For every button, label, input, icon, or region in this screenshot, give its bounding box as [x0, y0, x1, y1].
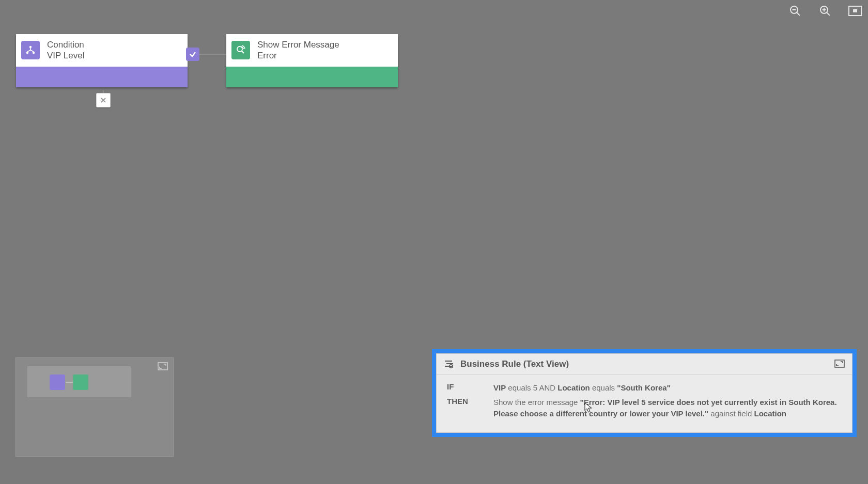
svg-line-15	[242, 51, 244, 54]
action-node[interactable]: Show Error Message Error	[226, 34, 398, 87]
minimap-expand-button[interactable]	[158, 362, 168, 370]
if-condition-text: VIP equals 5 AND Location equals "South …	[493, 382, 842, 394]
textview-body: IF VIP equals 5 AND Location equals "Sou…	[437, 375, 852, 432]
textview-icon	[444, 359, 454, 369]
error-message-icon	[231, 41, 250, 59]
condition-icon	[21, 41, 40, 59]
action-node-strip	[226, 67, 398, 87]
canvas-toolbar	[787, 3, 863, 19]
svg-line-1	[797, 12, 800, 15]
svg-rect-21	[835, 360, 844, 367]
minimap-connector	[66, 382, 73, 383]
zoom-in-button[interactable]	[817, 3, 833, 19]
minimap[interactable]	[16, 357, 174, 457]
svg-point-10	[26, 52, 28, 54]
if-label: IF	[447, 382, 493, 394]
then-label: THEN	[447, 397, 493, 419]
then-action-text: Show the error message "Error: VIP level…	[493, 397, 842, 419]
action-node-title: Show Error Message Error	[257, 39, 339, 61]
textview-title: Business Rule (Text View)	[460, 359, 834, 369]
false-branch-connector[interactable]	[96, 93, 111, 107]
fit-screen-button[interactable]	[847, 3, 863, 19]
zoom-out-button[interactable]	[787, 3, 803, 19]
svg-point-9	[29, 46, 32, 48]
minimap-condition-node	[50, 374, 65, 390]
svg-point-11	[33, 52, 35, 54]
condition-node-title: Condition VIP Level	[47, 39, 84, 61]
textview-expand-button[interactable]	[834, 360, 845, 369]
condition-node-header: Condition VIP Level	[16, 34, 188, 67]
textview-highlight: Business Rule (Text View) IF VIP equals …	[432, 349, 857, 437]
textview-header: Business Rule (Text View)	[437, 354, 852, 375]
minimap-action-node	[73, 374, 88, 390]
action-node-header: Show Error Message Error	[226, 34, 398, 67]
svg-line-4	[827, 12, 830, 15]
condition-node[interactable]: Condition VIP Level	[16, 34, 188, 87]
condition-node-strip	[16, 67, 188, 87]
true-branch-connector[interactable]	[186, 48, 199, 61]
svg-rect-8	[853, 9, 857, 12]
svg-rect-16	[158, 363, 167, 370]
business-rule-textview[interactable]: Business Rule (Text View) IF VIP equals …	[436, 353, 853, 433]
connector-line	[199, 54, 226, 55]
